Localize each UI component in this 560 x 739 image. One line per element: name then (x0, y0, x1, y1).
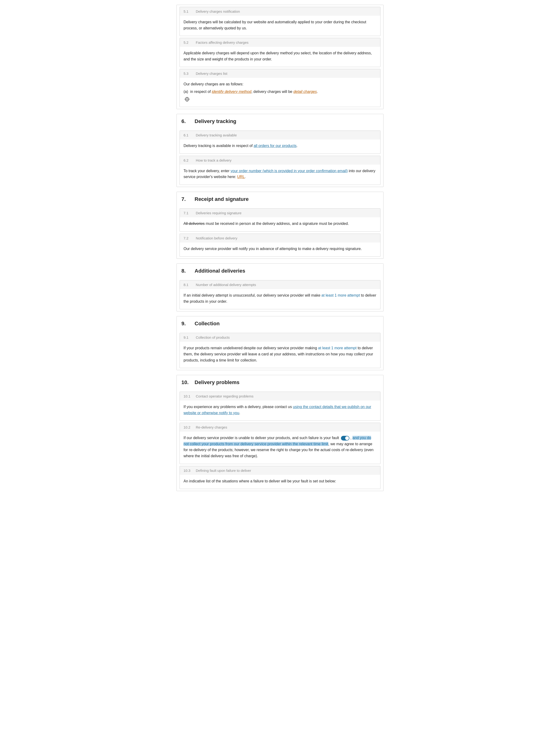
order-number-highlight: your order number (which is provided in … (231, 169, 348, 173)
subsection-8-1-text: If an initial delivery attempt is unsucc… (183, 292, 377, 304)
subsection-6-2-text: To track your delivery, enter your order… (183, 168, 377, 180)
subsection-7-1: 7.1 Deliveries requiring signature All d… (179, 208, 381, 232)
section-9-number: 9. (181, 321, 191, 327)
subsection-8-1-header: 8.1 Number of additional delivery attemp… (180, 280, 380, 289)
subsection-9-1-number: 9.1 (183, 335, 192, 339)
subsection-9-1-title: Collection of products (196, 335, 230, 339)
section-9: 9. Collection 9.1 Collection of products… (176, 316, 384, 370)
subsection-6-2-number: 6.2 (183, 158, 192, 162)
subsection-10-3: 10.3 Defining fault upon failure to deli… (179, 466, 381, 489)
subsection-5-3: 5.3 Delivery charges list Our delivery c… (179, 69, 381, 107)
subsection-9-1-body: If your products remain undelivered desp… (180, 342, 380, 368)
subsection-5-3-number: 5.3 (183, 71, 192, 76)
subsection-10-2-text: If our delivery service provider is unab… (183, 435, 377, 459)
all-orders-link[interactable]: all orders for our products (254, 144, 296, 148)
subsection-5-1: 5.1 Delivery charges notification Delive… (179, 7, 381, 36)
subsection-5-2-header: 5.2 Factors affecting delivery charges (180, 38, 380, 47)
tracking-url-link[interactable]: URL (237, 175, 245, 179)
subsection-7-2-number: 7.2 (183, 236, 192, 240)
fault-toggle[interactable] (341, 436, 349, 441)
subsection-7-2: 7.2 Notification before delivery Our del… (179, 234, 381, 257)
subsection-10-2-title: Re-delivery charges (196, 425, 227, 429)
subsection-10-2: 10.2 Re-delivery charges If our delivery… (179, 423, 381, 464)
section-10: 10. Delivery problems 10.1 Contact opera… (176, 375, 384, 491)
subsection-10-1: 10.1 Contact operator regarding problems… (179, 392, 381, 421)
subsection-7-1-header: 7.1 Deliveries requiring signature (180, 208, 380, 217)
section-8-header: 8. Additional deliveries (177, 264, 383, 278)
subsection-5-3-icon (183, 96, 377, 102)
section-8: 8. Additional deliveries 8.1 Number of a… (176, 263, 384, 311)
subsection-5-3-body: Our delivery charges are as follows: (a)… (180, 78, 380, 107)
subsection-6-2: 6.2 How to track a delivery To track you… (179, 156, 381, 185)
subsection-10-2-header: 10.2 Re-delivery charges (180, 423, 380, 432)
subsection-10-1-body: If you experience any problems with a de… (180, 401, 380, 421)
subsection-9-1-header: 9.1 Collection of products (180, 333, 380, 342)
section-7-number: 7. (181, 196, 191, 202)
subsection-9-1-text: If your products remain undelivered desp… (183, 345, 377, 363)
subsection-10-1-text: If you experience any problems with a de… (183, 404, 377, 416)
subsection-6-1-number: 6.1 (183, 133, 192, 137)
subsection-6-1-title: Delivery tracking available (196, 133, 237, 137)
subsection-6-2-header: 6.2 How to track a delivery (180, 156, 380, 165)
subsection-5-1-title: Delivery charges notification (196, 9, 240, 13)
subsection-10-3-text: An indicative list of the situations whe… (183, 478, 377, 484)
subsection-5-1-text: Delivery charges will be calculated by o… (183, 19, 377, 31)
subsection-10-2-number: 10.2 (183, 425, 192, 429)
section-6-header: 6. Delivery tracking (177, 114, 383, 129)
subsection-10-1-number: 10.1 (183, 394, 192, 398)
subsection-7-2-title: Notification before delivery (196, 236, 238, 240)
subsection-7-2-body: Our delivery service provider will notif… (180, 243, 380, 257)
subsection-5-2-number: 5.2 (183, 40, 192, 44)
subsection-8-1-number: 8.1 (183, 283, 192, 287)
subsection-5-3-text1: Our delivery charges are as follows: (183, 81, 377, 87)
subsection-5-1-body: Delivery charges will be calculated by o… (180, 16, 380, 36)
subsection-7-1-number: 7.1 (183, 211, 192, 215)
section-5: 5.1 Delivery charges notification Delive… (176, 5, 384, 109)
subsection-5-1-number: 5.1 (183, 9, 192, 13)
section-6-title: Delivery tracking (194, 118, 236, 124)
subsection-10-3-header: 10.3 Defining fault upon failure to deli… (180, 466, 380, 475)
subsection-6-2-title: How to track a delivery (196, 158, 232, 162)
subsection-9-1: 9.1 Collection of products If your produ… (179, 333, 381, 368)
subsection-7-2-text: Our delivery service provider will notif… (183, 246, 377, 252)
detail-charges-link[interactable]: detail charges (293, 90, 317, 94)
subsection-5-2-body: Applicable delivery charges will depend … (180, 47, 380, 67)
section-8-title: Additional deliveries (194, 268, 245, 274)
subsection-5-1-header: 5.1 Delivery charges notification (180, 7, 380, 16)
subsection-10-1-title: Contact operator regarding problems (196, 394, 253, 398)
section-7: 7. Receipt and signature 7.1 Deliveries … (176, 192, 384, 259)
section-8-number: 8. (181, 268, 191, 274)
subsection-10-3-body: An indicative list of the situations whe… (180, 475, 380, 489)
subsection-7-2-header: 7.2 Notification before delivery (180, 234, 380, 243)
subsection-10-3-title: Defining fault upon failure to deliver (196, 468, 251, 472)
subsection-7-1-title: Deliveries requiring signature (196, 211, 242, 215)
section-10-header: 10. Delivery problems (177, 375, 383, 390)
subsection-10-3-number: 10.3 (183, 468, 192, 472)
svg-point-5 (186, 99, 188, 100)
subsection-8-1-body: If an initial delivery attempt is unsucc… (180, 289, 380, 309)
section-7-header: 7. Receipt and signature (177, 192, 383, 206)
subsection-5-2-title: Factors affecting delivery charges (196, 40, 249, 44)
crosshair-icon (184, 97, 190, 102)
subsection-6-1: 6.1 Delivery tracking available Delivery… (179, 131, 381, 154)
subsection-8-1-title: Number of additional delivery attempts (196, 283, 256, 287)
at-least-1-more-attempt-9: at least 1 more attempt (318, 346, 357, 350)
section-6: 6. Delivery tracking 6.1 Delivery tracki… (176, 114, 384, 187)
subsection-7-1-text: All deliveries must be received in perso… (183, 220, 377, 227)
subsection-6-1-text: Delivery tracking is available in respec… (183, 143, 377, 149)
subsection-8-1: 8.1 Number of additional delivery attemp… (179, 280, 381, 309)
section-7-title: Receipt and signature (194, 196, 249, 202)
subsection-5-3-title: Delivery charges list (196, 71, 227, 76)
subsection-10-1-header: 10.1 Contact operator regarding problems (180, 392, 380, 401)
identify-delivery-method-link[interactable]: identify delivery method (212, 90, 251, 94)
contact-details-link[interactable]: using the contact details that we publis… (183, 405, 371, 415)
all-deliveries-strikethrough: All deliveries (183, 221, 205, 226)
subsection-5-3-text2: (a) in respect of identify delivery meth… (183, 89, 377, 95)
section-9-header: 9. Collection (177, 316, 383, 331)
section-9-title: Collection (194, 321, 220, 327)
section-10-number: 10. (181, 380, 191, 386)
subsection-5-2: 5.2 Factors affecting delivery charges A… (179, 38, 381, 67)
at-least-1-more-attempt-8: at least 1 more attempt (321, 293, 360, 297)
subsection-5-3-header: 5.3 Delivery charges list (180, 69, 380, 78)
subsection-5-2-text: Applicable delivery charges will depend … (183, 50, 377, 62)
